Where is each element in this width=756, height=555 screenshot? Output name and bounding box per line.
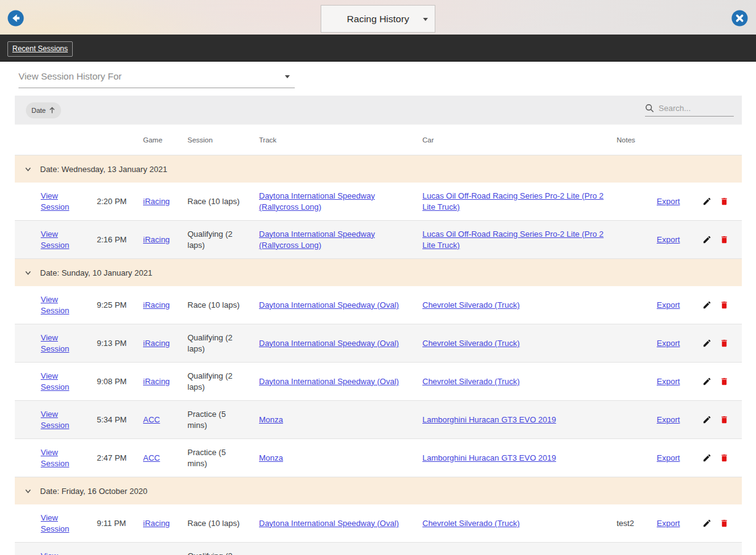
edit-session-button[interactable] [702,415,712,424]
session-row: View Session5:34 PMACCPractice (5 mins)M… [15,401,742,439]
view-session-link[interactable]: View Session [41,551,82,555]
date-group-header[interactable]: Date: Friday, 16 October 2020 [15,477,742,504]
close-button[interactable] [731,10,748,27]
session-type: Race (10 laps) [187,518,240,529]
delete-session-button[interactable] [720,415,729,424]
car-link[interactable]: Lucas Oil Off-Road Racing Series Pro-2 L… [422,229,606,251]
date-group-label: Date: Wednesday, 13 January 2021 [40,165,167,174]
edit-pencil-icon [702,339,712,348]
date-group-header[interactable]: Date: Sunday, 10 January 2021 [15,259,742,286]
sort-chip-date[interactable]: Date [26,102,61,118]
view-session-link[interactable]: View Session [41,294,82,316]
track-link[interactable]: Daytona International Speedway (Rallycro… [259,229,404,251]
delete-session-button[interactable] [720,519,729,528]
delete-session-button[interactable] [720,197,729,206]
date-group-label: Date: Sunday, 10 January 2021 [40,268,152,278]
view-session-link[interactable]: View Session [41,409,82,431]
session-type: Qualifying (2 laps) [187,551,243,555]
session-history-for-select[interactable]: View Session History For [18,71,295,88]
delete-session-button[interactable] [720,377,729,386]
delete-session-button[interactable] [720,300,729,310]
chevron-down-icon [423,18,428,21]
delete-trash-icon [720,377,729,386]
track-link[interactable]: Daytona International Speedway (Oval) [259,518,399,529]
column-header-session: Session [187,125,249,155]
car-link[interactable]: Lamborghini Huracan GT3 EVO 2019 [422,414,556,426]
edit-session-button[interactable] [702,235,712,244]
edit-session-button[interactable] [702,300,712,310]
edit-session-button[interactable] [702,519,712,528]
session-type: Qualifying (2 laps) [187,229,243,251]
track-link[interactable]: Daytona International Speedway (Oval) [259,300,399,311]
edit-pencil-icon [702,235,712,244]
edit-pencil-icon [702,300,712,310]
track-link[interactable]: Monza [259,414,283,426]
export-link[interactable]: Export [657,234,680,245]
export-link[interactable]: Export [657,414,680,426]
chevron-down-icon [23,487,33,496]
track-link[interactable]: Daytona International Speedway (Oval) [259,376,399,387]
edit-session-button[interactable] [702,377,712,386]
view-session-link[interactable]: View Session [41,512,82,535]
session-type: Qualifying (2 laps) [187,371,243,393]
date-group-header[interactable]: Date: Wednesday, 13 January 2021 [15,155,742,183]
view-session-link[interactable]: View Session [41,191,82,213]
game-link[interactable]: iRacing [143,300,170,311]
view-session-link[interactable]: View Session [41,371,82,393]
car-link[interactable]: Chevrolet Silverado (Truck) [422,376,520,387]
view-session-link[interactable]: View Session [41,447,82,469]
edit-session-button[interactable] [702,339,712,348]
session-row: View Session2:47 PMACCPractice (5 mins)M… [15,439,742,477]
car-link[interactable]: Lucas Oil Off-Road Racing Series Pro-2 L… [422,191,606,213]
game-link[interactable]: ACC [143,414,160,426]
game-link[interactable]: iRacing [143,338,170,349]
sessions-table: Date Game Session Track Car Notes Date: … [15,96,742,555]
game-link[interactable]: iRacing [143,234,170,245]
export-link[interactable]: Export [657,338,680,349]
track-link[interactable]: Daytona International Speedway (Rallycro… [259,191,404,213]
sort-ascending-icon [49,107,55,114]
delete-session-button[interactable] [720,453,729,462]
recent-sessions-tab[interactable]: Recent Sessions [7,41,73,57]
export-link[interactable]: Export [657,518,680,529]
delete-trash-icon [720,197,729,206]
edit-pencil-icon [702,519,712,528]
chevron-down-icon [23,268,33,278]
page-title: Racing History [347,14,409,25]
edit-session-button[interactable] [702,197,712,206]
view-session-link[interactable]: View Session [41,332,82,355]
game-link[interactable]: iRacing [143,196,170,207]
track-link[interactable]: Monza [259,453,283,464]
session-type: Race (10 laps) [187,196,240,207]
delete-trash-icon [720,339,729,348]
car-link[interactable]: Chevrolet Silverado (Truck) [422,300,520,311]
edit-session-button[interactable] [702,453,712,462]
game-link[interactable]: iRacing [143,518,170,529]
car-link[interactable]: Lamborghini Huracan GT3 EVO 2019 [422,453,556,464]
view-session-link[interactable]: View Session [41,229,82,251]
session-table-body: Date: Wednesday, 13 January 2021View Ses… [15,155,742,555]
session-time: 2:47 PM [97,453,126,464]
track-link[interactable]: Daytona International Speedway (Oval) [259,338,399,349]
export-link[interactable]: Export [657,376,680,387]
export-link[interactable]: Export [657,196,680,207]
car-link[interactable]: Chevrolet Silverado (Truck) [422,338,520,349]
delete-session-button[interactable] [720,235,729,244]
export-link[interactable]: Export [657,300,680,311]
game-link[interactable]: iRacing [143,376,170,387]
export-link[interactable]: Export [657,453,680,464]
session-type: Practice (5 mins) [187,447,243,469]
session-time: 9:11 PM [97,518,126,529]
column-header-track: Track [249,125,422,155]
session-history-for-label: View Session History For [18,71,121,81]
date-group-label: Date: Friday, 16 October 2020 [40,487,147,496]
page-title-select[interactable]: Racing History [321,5,435,33]
top-bar: Racing History [0,0,756,35]
car-link[interactable]: Chevrolet Silverado (Truck) [422,518,520,529]
game-link[interactable]: ACC [143,453,160,464]
delete-trash-icon [720,300,729,310]
back-button[interactable] [7,10,24,27]
edit-pencil-icon [702,453,712,462]
delete-session-button[interactable] [720,339,729,348]
search-input[interactable] [659,104,726,113]
